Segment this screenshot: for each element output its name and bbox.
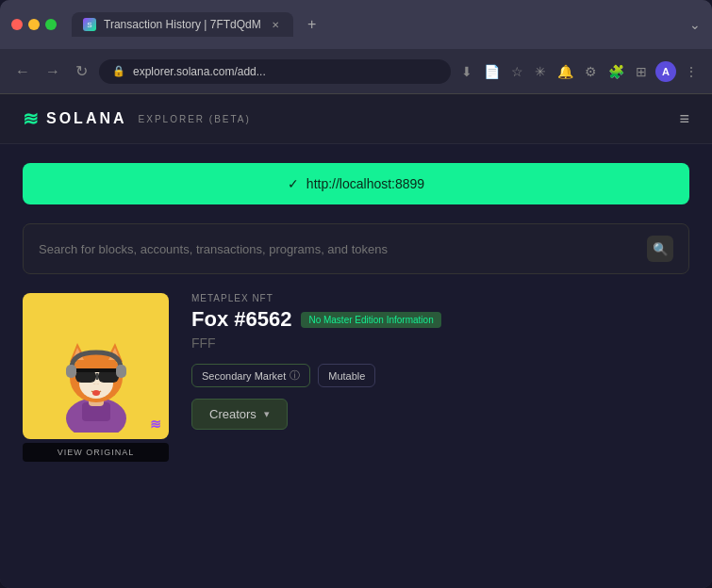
creators-label: Creators <box>209 407 257 421</box>
star-icon[interactable]: ☆ <box>508 61 526 82</box>
explorer-beta-label: EXPLORER (BETA) <box>139 114 251 124</box>
extension2-icon[interactable]: 🔔 <box>555 61 576 82</box>
maximize-traffic-light[interactable] <box>45 19 57 30</box>
solana-logo: ≋ SOLANA EXPLORER (BETA) <box>23 107 251 130</box>
more-options-icon[interactable]: ⋮ <box>682 61 701 82</box>
address-bar[interactable]: 🔒 explorer.solana.com/add... <box>99 59 451 84</box>
refresh-button[interactable]: ↻ <box>72 58 91 84</box>
nft-section: ≋ VIEW ORIGINAL METAPLEX NFT Fox #6562 N… <box>23 293 689 462</box>
download-icon[interactable]: ⬇ <box>458 61 475 82</box>
search-container: 🔍 <box>23 223 689 274</box>
traffic-lights <box>11 19 57 30</box>
svg-rect-18 <box>116 365 126 378</box>
creators-button[interactable]: Creators ▾ <box>191 399 288 430</box>
search-button[interactable]: 🔍 <box>647 236 673 262</box>
nav-bar: ← → ↻ 🔒 explorer.solana.com/add... ⬇ 📄 ☆… <box>0 49 712 94</box>
browser-window: S Transaction History | 7FTdQdM ✕ + ⌄ ← … <box>0 0 712 588</box>
search-input[interactable] <box>39 242 639 256</box>
nft-name-row: Fox #6562 No Master Edition Information <box>191 307 689 332</box>
chevron-down-icon: ▾ <box>264 408 270 420</box>
active-tab[interactable]: S Transaction History | 7FTdQdM ✕ <box>72 12 293 37</box>
expand-button[interactable]: ⌄ <box>689 17 701 32</box>
extension4-icon[interactable]: 🧩 <box>605 61 627 82</box>
url-banner-text: http://localhost:8899 <box>306 176 424 191</box>
url-banner: ✓ http://localhost:8899 <box>23 163 689 204</box>
tab-favicon: S <box>83 18 96 31</box>
solana-wordmark: SOLANA <box>46 110 127 127</box>
nft-image: ≋ <box>23 293 169 439</box>
address-text: explorer.solana.com/add... <box>133 65 266 78</box>
nft-info: METAPLEX NFT Fox #6562 No Master Edition… <box>191 293 689 430</box>
page-content: ≋ SOLANA EXPLORER (BETA) ≡ ✓ http://loca… <box>0 94 712 588</box>
svg-point-12 <box>92 390 100 396</box>
split-view-icon[interactable]: ⊞ <box>633 61 650 82</box>
solana-watermark-icon: ≋ <box>150 416 161 432</box>
title-bar: S Transaction History | 7FTdQdM ✕ + ⌄ <box>0 0 712 49</box>
nft-symbol: FFF <box>191 335 689 351</box>
no-master-edition-badge: No Master Edition Information <box>301 312 440 328</box>
nft-image-container: ≋ VIEW ORIGINAL <box>23 293 169 462</box>
extension1-icon[interactable]: ✳ <box>532 61 549 82</box>
solana-s-icon: ≋ <box>23 107 39 130</box>
secondary-market-label: Secondary Market <box>202 370 286 382</box>
view-original-label[interactable]: VIEW ORIGINAL <box>23 443 169 462</box>
svg-rect-8 <box>96 373 98 380</box>
fox-illustration <box>30 301 162 433</box>
upload-icon[interactable]: 📄 <box>481 61 503 82</box>
nft-tags: Secondary Market ⓘ Mutable <box>191 364 689 387</box>
tab-close-button[interactable]: ✕ <box>269 18 282 31</box>
mutable-label: Mutable <box>328 370 365 382</box>
back-button[interactable]: ← <box>11 59 34 84</box>
explorer-header: ≋ SOLANA EXPLORER (BETA) ≡ <box>0 94 712 144</box>
close-traffic-light[interactable] <box>11 19 23 30</box>
search-icon: 🔍 <box>653 242 669 256</box>
user-avatar-button[interactable]: A <box>655 61 676 82</box>
secondary-market-tag: Secondary Market ⓘ <box>191 364 310 387</box>
secondary-market-info-icon[interactable]: ⓘ <box>290 368 300 383</box>
hamburger-menu-icon[interactable]: ≡ <box>679 109 689 129</box>
lock-icon: 🔒 <box>112 65 125 77</box>
svg-rect-17 <box>66 365 76 378</box>
tab-title: Transaction History | 7FTdQdM <box>104 18 261 31</box>
nft-name: Fox #6562 <box>191 307 291 332</box>
mutable-tag: Mutable <box>318 364 375 387</box>
svg-rect-9 <box>75 368 118 372</box>
extension3-icon[interactable]: ⚙ <box>582 61 600 82</box>
url-check-icon: ✓ <box>288 176 299 191</box>
new-tab-button[interactable]: + <box>301 13 323 36</box>
nft-type-label: METAPLEX NFT <box>191 293 689 303</box>
minimize-traffic-light[interactable] <box>28 19 40 30</box>
browser-actions: ⬇ 📄 ☆ ✳ 🔔 ⚙ 🧩 ⊞ A ⋮ <box>458 61 701 82</box>
forward-button[interactable]: → <box>41 59 64 84</box>
